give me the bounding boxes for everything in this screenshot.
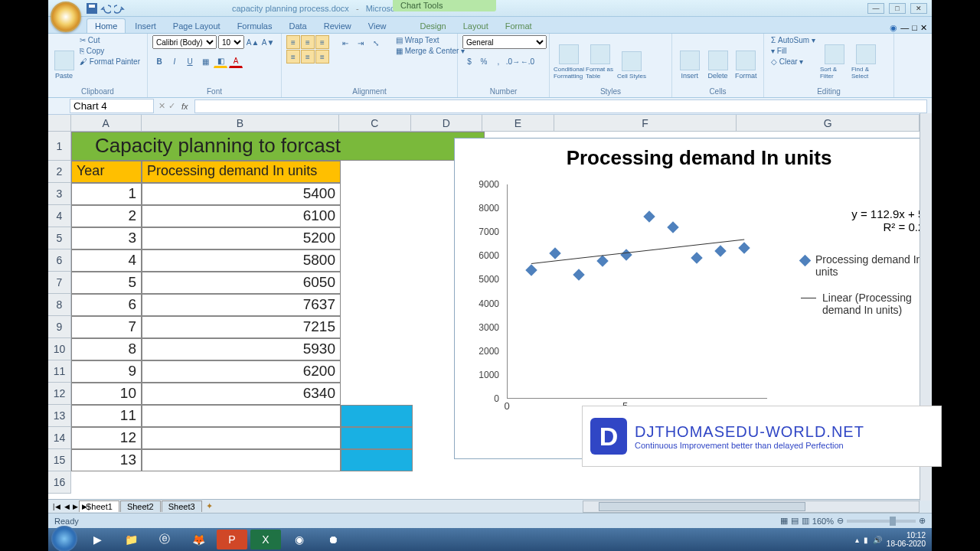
tray-volume-icon[interactable]: 🔊 bbox=[873, 536, 882, 544]
align-top-center-icon[interactable]: ≡ bbox=[301, 35, 315, 49]
tab-page-layout[interactable]: Page Layout bbox=[165, 19, 228, 33]
cell-forecast-11[interactable] bbox=[341, 405, 413, 427]
cell-year-13[interactable]: 13 bbox=[71, 449, 142, 471]
col-D[interactable]: D bbox=[411, 115, 483, 131]
tab-home[interactable]: Home bbox=[87, 18, 126, 33]
formula-bar[interactable] bbox=[194, 99, 927, 113]
save-icon[interactable] bbox=[87, 3, 97, 14]
cell-demand-5[interactable]: 6050 bbox=[142, 272, 341, 294]
row-4[interactable]: 4 bbox=[48, 205, 71, 227]
tab-layout[interactable]: Layout bbox=[456, 19, 496, 33]
ribbon-min-icon[interactable]: — bbox=[900, 23, 909, 33]
ribbon-close-icon[interactable]: ✕ bbox=[920, 23, 927, 33]
cell-demand-7[interactable]: 7215 bbox=[142, 316, 341, 338]
tab-data[interactable]: Data bbox=[281, 19, 314, 33]
new-sheet-icon[interactable]: ✦ bbox=[206, 501, 213, 511]
cut-button[interactable]: ✂ Cut bbox=[77, 35, 142, 45]
grow-font-icon[interactable]: A▲ bbox=[246, 35, 260, 49]
tab-insert[interactable]: Insert bbox=[127, 19, 164, 33]
align-mid-center-icon[interactable]: ≡ bbox=[301, 50, 315, 64]
align-mid-left-icon[interactable]: ≡ bbox=[286, 50, 300, 64]
row-5[interactable]: 5 bbox=[48, 227, 71, 249]
cell-demand-1[interactable]: 5400 bbox=[142, 183, 341, 205]
decrease-indent-icon[interactable]: ⇤ bbox=[338, 36, 352, 50]
tab-format[interactable]: Format bbox=[498, 19, 540, 33]
cell-demand-11[interactable] bbox=[142, 405, 341, 427]
row-9[interactable]: 9 bbox=[48, 316, 71, 338]
comma-icon[interactable]: , bbox=[492, 54, 505, 68]
cell-year-5[interactable]: 5 bbox=[71, 272, 142, 294]
merge-center-button[interactable]: ▦ Merge & Center ▾ bbox=[394, 46, 467, 56]
task-firefox-icon[interactable]: 🦊 bbox=[183, 530, 214, 549]
undo-icon[interactable] bbox=[100, 3, 111, 14]
tray-chevron-icon[interactable]: ▴ bbox=[855, 536, 859, 544]
cell-year-9[interactable]: 9 bbox=[71, 360, 142, 383]
sort-filter-button[interactable]: Sort & Filter bbox=[820, 35, 849, 80]
zoom-level[interactable]: 160% bbox=[812, 517, 834, 526]
help-icon[interactable]: ◉ bbox=[890, 23, 897, 33]
fx-icon[interactable]: fx bbox=[181, 102, 188, 111]
cell-demand-13[interactable] bbox=[142, 449, 341, 471]
cell-year-12[interactable]: 12 bbox=[71, 427, 142, 449]
find-select-button[interactable]: Find & Select bbox=[851, 35, 880, 80]
fill-color-icon[interactable]: ◧ bbox=[214, 54, 227, 68]
tray-network-icon[interactable]: ▮ bbox=[864, 536, 868, 544]
cell-demand-header[interactable]: Processing demand In units bbox=[142, 161, 341, 183]
increase-indent-icon[interactable]: ⇥ bbox=[354, 36, 368, 50]
row-2[interactable]: 2 bbox=[48, 161, 71, 183]
align-top-left-icon[interactable]: ≡ bbox=[286, 35, 300, 49]
cell-year-6[interactable]: 6 bbox=[71, 294, 142, 316]
task-excel-icon[interactable]: X bbox=[250, 530, 281, 549]
maximize-button[interactable]: □ bbox=[889, 3, 906, 14]
horizontal-scrollbar[interactable] bbox=[583, 500, 920, 513]
cell-forecast-12[interactable] bbox=[341, 427, 413, 449]
bold-button[interactable]: B bbox=[152, 54, 166, 68]
col-B[interactable]: B bbox=[142, 115, 340, 131]
row-3[interactable]: 3 bbox=[48, 183, 71, 205]
row-14[interactable]: 14 bbox=[48, 427, 71, 449]
row-7[interactable]: 7 bbox=[48, 272, 71, 294]
row-15[interactable]: 15 bbox=[48, 449, 71, 471]
insert-cells-button[interactable]: Insert bbox=[677, 35, 703, 80]
row-1[interactable]: 1 bbox=[48, 132, 71, 161]
zoom-out-icon[interactable]: ⊖ bbox=[837, 516, 844, 526]
cell-year-header[interactable]: Year bbox=[71, 161, 142, 183]
task-wmp-icon[interactable]: ▶ bbox=[82, 530, 113, 549]
delete-cells-button[interactable]: Delete bbox=[705, 35, 731, 80]
sheet-tab-2[interactable]: Sheet2 bbox=[120, 500, 161, 512]
row-11[interactable]: 11 bbox=[48, 360, 71, 383]
cell-demand-6[interactable]: 7637 bbox=[142, 294, 341, 316]
cell-year-1[interactable]: 1 bbox=[71, 183, 142, 205]
wrap-text-button[interactable]: ▤ Wrap Text bbox=[394, 35, 467, 45]
sheet-nav-icons[interactable]: |◀ ◀ ▶ ▶| bbox=[53, 503, 90, 510]
row-16[interactable]: 16 bbox=[48, 471, 71, 494]
task-explorer-icon[interactable]: 📁 bbox=[116, 530, 146, 549]
orientation-icon[interactable]: ⤡ bbox=[369, 36, 383, 50]
cell-demand-9[interactable]: 6200 bbox=[142, 360, 341, 383]
cell-year-11[interactable]: 11 bbox=[71, 405, 142, 427]
task-picasa-icon[interactable]: ◉ bbox=[284, 530, 315, 549]
col-C[interactable]: C bbox=[339, 115, 411, 131]
number-format-select[interactable]: General bbox=[462, 35, 547, 49]
align-mid-right-icon[interactable]: ≡ bbox=[315, 50, 329, 64]
clear-button[interactable]: ◇ Clear ▾ bbox=[769, 57, 818, 67]
col-E[interactable]: E bbox=[482, 115, 554, 131]
view-layout-icon[interactable]: ▤ bbox=[791, 516, 799, 526]
cell-year-7[interactable]: 7 bbox=[71, 316, 142, 338]
cancel-formula-icon[interactable]: ✕ bbox=[158, 101, 165, 111]
tab-formulas[interactable]: Formulas bbox=[230, 19, 280, 33]
shrink-font-icon[interactable]: A▼ bbox=[261, 35, 275, 49]
cell-demand-2[interactable]: 6100 bbox=[142, 205, 341, 227]
title-cell[interactable]: Capacity planning to forcast bbox=[71, 132, 485, 161]
system-tray[interactable]: ▴ ▮ 🔊 10:1218-06-2020 bbox=[855, 531, 932, 548]
taskbar-clock[interactable]: 10:1218-06-2020 bbox=[887, 531, 926, 548]
task-ie-icon[interactable]: ⓔ bbox=[149, 530, 180, 549]
autosum-button[interactable]: Σ AutoSum ▾ bbox=[769, 35, 818, 45]
cell-styles-button[interactable]: Cell Styles bbox=[617, 35, 646, 80]
decrease-decimal-icon[interactable]: ←.0 bbox=[521, 54, 534, 68]
enter-formula-icon[interactable]: ✓ bbox=[168, 101, 175, 111]
cell-year-10[interactable]: 10 bbox=[71, 383, 142, 405]
cell-year-3[interactable]: 3 bbox=[71, 227, 142, 249]
paste-button[interactable]: Paste bbox=[53, 35, 75, 80]
format-painter-button[interactable]: 🖌 Format Painter bbox=[77, 57, 142, 67]
